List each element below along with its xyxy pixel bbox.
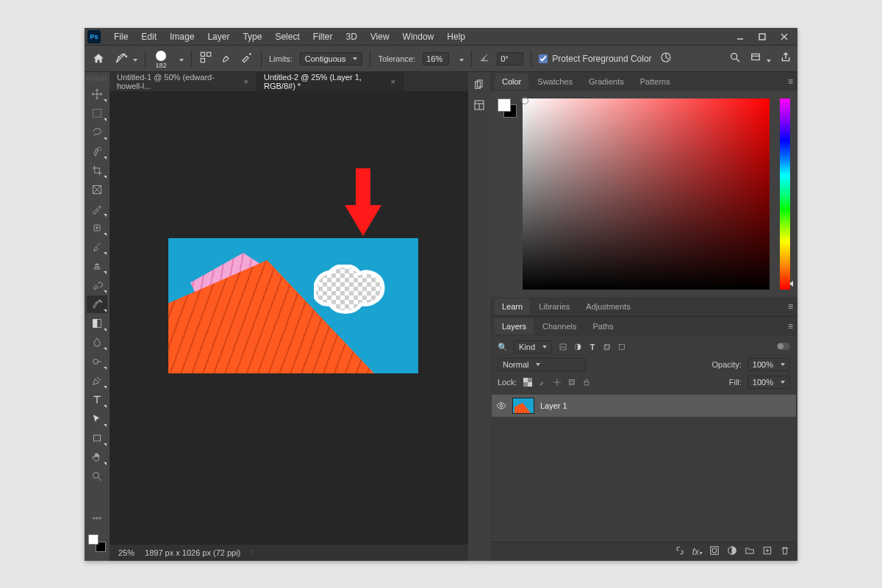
opacity-input[interactable]: 100% xyxy=(747,358,790,371)
lock-pixels-icon[interactable] xyxy=(537,377,548,387)
close-icon[interactable]: × xyxy=(244,77,248,86)
tab-swatches[interactable]: Swatches xyxy=(530,74,580,90)
home-button[interactable] xyxy=(90,51,107,67)
dodge-tool[interactable] xyxy=(87,353,107,370)
fg-bg-swatches[interactable] xyxy=(498,98,517,118)
airbrush-icon[interactable] xyxy=(240,51,254,66)
tab-color[interactable]: Color xyxy=(495,74,528,90)
tab-patterns[interactable]: Patterns xyxy=(633,74,678,90)
history-brush-tool[interactable] xyxy=(87,276,107,294)
filter-toggle[interactable] xyxy=(777,343,790,351)
layer-filter-icons[interactable]: T xyxy=(558,342,627,352)
close-icon[interactable]: × xyxy=(391,77,395,86)
document-tab-2[interactable]: Untitled-2 @ 25% (Layer 1, RGB/8#) * × xyxy=(257,72,404,91)
menu-image[interactable]: Image xyxy=(164,29,200,44)
new-group-icon[interactable] xyxy=(745,545,755,558)
workspace-switcher[interactable] xyxy=(750,52,771,65)
layer-name[interactable]: Layer 1 xyxy=(540,401,567,410)
clone-stamp-tool[interactable] xyxy=(87,257,107,275)
tab-gradients[interactable]: Gradients xyxy=(581,74,631,90)
menu-window[interactable]: Window xyxy=(397,29,440,44)
menu-3d[interactable]: 3D xyxy=(340,29,362,44)
edit-toolbar-icon[interactable] xyxy=(87,509,107,527)
tab-libraries[interactable]: Libraries xyxy=(531,298,577,315)
canvas[interactable] xyxy=(168,238,418,373)
filter-type-icon[interactable]: T xyxy=(587,342,598,352)
layer-fx-icon[interactable]: fx▾ xyxy=(692,547,702,557)
color-field[interactable] xyxy=(523,98,770,290)
menu-filter[interactable]: Filter xyxy=(307,29,339,44)
angle-input[interactable]: 0° xyxy=(497,52,523,65)
zoom-tool[interactable] xyxy=(87,467,107,485)
share-icon[interactable] xyxy=(780,51,792,65)
lock-icons[interactable] xyxy=(523,377,592,387)
tool-preset-picker[interactable] xyxy=(114,51,137,66)
pressure-size-icon[interactable] xyxy=(659,51,673,66)
quick-select-tool[interactable] xyxy=(87,143,107,160)
menu-select[interactable]: Select xyxy=(269,29,305,44)
menu-file[interactable]: File xyxy=(108,29,134,44)
tab-learn[interactable]: Learn xyxy=(495,298,530,315)
brush-panel-icon[interactable] xyxy=(220,51,233,66)
lock-transparency-icon[interactable] xyxy=(523,377,533,387)
panel-menu-icon[interactable]: ≡ xyxy=(788,321,793,331)
hue-slider[interactable] xyxy=(780,98,790,290)
properties-panel-icon[interactable] xyxy=(471,97,487,113)
brush-preset[interactable]: 182 xyxy=(153,48,169,69)
menu-help[interactable]: Help xyxy=(441,29,471,44)
filter-adjust-icon[interactable] xyxy=(573,342,583,352)
panel-grip[interactable] xyxy=(87,76,107,81)
menu-view[interactable]: View xyxy=(365,29,395,44)
menu-edit[interactable]: Edit xyxy=(135,29,162,44)
add-mask-icon[interactable] xyxy=(709,545,720,558)
protect-fg-checkbox[interactable]: Protect Foreground Color xyxy=(539,54,651,64)
gradient-tool[interactable] xyxy=(87,315,107,332)
tolerance-input[interactable]: 16% xyxy=(423,52,449,65)
document-tab-1[interactable]: Untitled-1 @ 50% (edward-howell-l... × xyxy=(110,72,257,91)
lock-position-icon[interactable] xyxy=(552,377,562,387)
menu-layer[interactable]: Layer xyxy=(201,29,235,44)
brush-tool[interactable] xyxy=(87,238,107,256)
link-layers-icon[interactable] xyxy=(675,545,685,558)
blur-tool[interactable] xyxy=(87,334,107,351)
lasso-tool[interactable] xyxy=(87,123,107,141)
frame-tool[interactable] xyxy=(87,181,107,198)
color-swatches[interactable] xyxy=(88,534,106,552)
history-panel-icon[interactable] xyxy=(471,76,487,93)
visibility-icon[interactable] xyxy=(496,401,506,411)
move-tool[interactable] xyxy=(87,85,107,103)
layer-list[interactable]: Layer 1 xyxy=(490,393,797,542)
canvas-viewport[interactable] xyxy=(110,91,468,545)
brush-settings-icon[interactable] xyxy=(199,51,212,66)
limits-select[interactable]: Contiguous xyxy=(300,52,363,65)
hand-tool[interactable] xyxy=(87,448,107,466)
rectangle-tool[interactable] xyxy=(87,429,107,447)
blend-mode-select[interactable]: Normal xyxy=(498,358,586,371)
filter-pixel-icon[interactable] xyxy=(558,342,568,352)
window-minimize[interactable] xyxy=(730,29,750,44)
fill-input[interactable]: 100% xyxy=(747,376,790,389)
type-tool[interactable] xyxy=(87,391,107,409)
healing-brush-tool[interactable] xyxy=(87,219,107,237)
window-maximize[interactable] xyxy=(752,29,772,44)
path-select-tool[interactable] xyxy=(87,410,107,428)
window-close[interactable] xyxy=(774,29,795,44)
new-layer-icon[interactable] xyxy=(762,545,772,558)
filter-smart-icon[interactable] xyxy=(617,342,627,352)
eyedropper-tool[interactable] xyxy=(87,200,107,218)
filter-shape-icon[interactable] xyxy=(602,342,612,352)
menu-type[interactable]: Type xyxy=(237,29,268,44)
search-icon[interactable]: 🔍 xyxy=(498,343,508,352)
panel-menu-icon[interactable]: ≡ xyxy=(788,301,793,312)
lock-artboard-icon[interactable] xyxy=(567,377,577,387)
eraser-tool[interactable] xyxy=(87,295,107,313)
tab-channels[interactable]: Channels xyxy=(535,318,584,334)
delete-layer-icon[interactable] xyxy=(780,545,790,558)
tab-adjustments[interactable]: Adjustments xyxy=(578,298,638,315)
tab-layers[interactable]: Layers xyxy=(495,318,534,334)
crop-tool[interactable] xyxy=(87,162,107,179)
layer-filter-select[interactable]: Kind xyxy=(514,340,552,354)
zoom-value[interactable]: 25% xyxy=(118,548,135,557)
pen-tool[interactable] xyxy=(87,372,107,390)
hue-slider-handle[interactable] xyxy=(789,281,793,287)
